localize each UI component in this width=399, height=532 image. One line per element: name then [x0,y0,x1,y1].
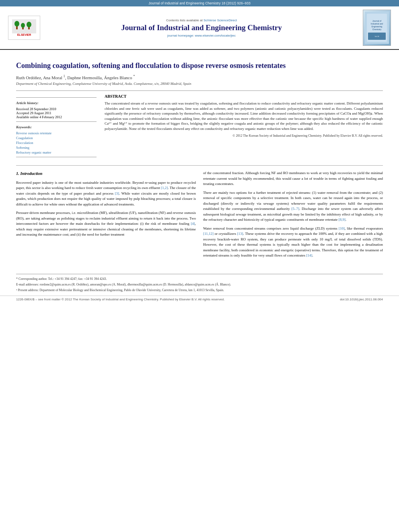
svg-text:Engineering: Engineering [372,25,383,28]
ref-3: [3] [115,191,119,195]
svg-text:Journal of: Journal of [372,20,382,22]
received-date: Received 28 September 2010 [16,107,97,111]
svg-point-5 [27,22,31,27]
journal-citation: Journal of Industrial and Engineering Ch… [148,1,250,5]
article-info-column: Article history: Received 28 September 2… [16,94,97,160]
ref-5-7: [5–7] [291,207,299,211]
keyword-4: Softening [16,146,97,150]
accepted-date: Accepted 29 August 2011 [16,111,97,115]
sciverse-link[interactable]: SciVerse ScienceDirect [204,18,237,22]
svg-text:Industrial and: Industrial and [371,23,383,25]
elsevier-logo-image [12,19,36,33]
ref-4: [4] [191,222,195,226]
body-para-1: Recovered paper industry is one of the m… [16,180,196,207]
body-para-3: of the concentrated fraction. Although f… [203,170,383,187]
svg-point-3 [21,23,25,28]
svg-point-1 [14,21,19,27]
body-para-2: Pressure-driven membrane processes, i.e.… [16,210,196,238]
ref-10: [10] [339,226,345,230]
ref-13: [13] [237,232,243,236]
footnote-2: E-mail addresses: rordone2@quim.ucm.es (… [16,282,383,287]
divider-info-mid [16,121,97,122]
journal-homepage: journal homepage: www.elsevier.com/locat… [45,34,358,37]
available-date: Available online 4 February 2012 [16,115,97,119]
author-names: Ruth Ordóñez, Ana Moral 1, Daphne Hermos… [16,75,135,80]
footer-copyright-text: 1226-086X/$ – see front matter © 2012 Th… [16,298,224,301]
article-history-title: Article history: [16,101,97,105]
authors-line: Ruth Ordóñez, Ana Moral 1, Daphne Hermos… [16,74,383,80]
body-column-left: 1. Introduction Recovered paper industry… [16,170,196,262]
article-info-row: Article history: Received 28 September 2… [16,94,383,160]
footer-doi: doi:10.1016/j.jiec.2011.08.004 [340,298,383,301]
keywords-title: Keywords: [16,125,97,129]
body-para-4: There are mainly two options for a furth… [203,190,383,223]
section1-heading: 1. Introduction [16,170,196,177]
keyword-3: Flocculation [16,141,97,145]
body-para-5: Water removal from concentrated streams … [203,226,383,259]
paper-content: Combining coagulation, softening and flo… [0,50,399,270]
footnote-1: * Corresponding author. Tel.: +34 91 394… [16,277,383,281]
homepage-url[interactable]: www.elsevier.com/locate/jiec [195,34,236,37]
abstract-title: ABSTRACT [105,94,383,99]
ref-14: [14] [306,253,312,257]
body-columns: 1. Introduction Recovered paper industry… [16,165,383,262]
body-column-right: of the concentrated fraction. Although f… [203,170,383,262]
keyword-1: Reverse osmosis retentate [16,131,97,135]
ref-1-2: [1,2] [161,186,168,190]
journal-topbar: Journal of Industrial and Engineering Ch… [0,0,399,6]
sciverse-line: Contents lists available at SciVerse Sci… [45,18,358,22]
divider-info-bottom [16,157,97,157]
keyword-2: Coagulation [16,136,97,140]
ref-8-9: [8,9] [339,218,346,222]
elsevier-wordmark: ELSEVIER [17,33,31,36]
keywords-section: Keywords: Reverse osmosis retentate Coag… [16,125,97,154]
journal-title-area: Contents lists available at SciVerse Sci… [45,18,358,37]
footer-footnotes: * Corresponding author. Tel.: +34 91 394… [16,274,383,293]
affiliation: Department of Chemical Engineering, Comp… [16,82,383,86]
bottom-footer: 1226-086X/$ – see front matter © 2012 Th… [0,296,399,303]
svg-text:Vol 18: Vol 18 [374,35,379,37]
journal-title: Journal of Industrial and Engineering Ch… [45,23,358,32]
svg-text:Chemistry: Chemistry [372,28,382,31]
elsevier-logo: ELSEVIER [8,16,40,40]
divider-top [16,90,383,91]
keyword-5: Refractory organic matter [16,150,97,154]
abstract-text: The concentrated stream of a reverse osm… [105,101,383,131]
footnote-3: ¹ Present address: Department of Molecul… [16,288,383,292]
abstract-column: ABSTRACT The concentrated stream of a re… [105,94,383,160]
journal-cover-image: Journal of Industrial and Engineering Ch… [363,10,391,46]
journal-header: ELSEVIER Contents lists available at Sci… [0,6,399,50]
abstract-copyright: © 2012 The Korean Society of Industrial … [105,134,383,138]
article-title: Combining coagulation, softening and flo… [16,61,383,70]
ref-11-12: [11,12] [203,232,214,236]
divider-info-top [16,97,97,98]
